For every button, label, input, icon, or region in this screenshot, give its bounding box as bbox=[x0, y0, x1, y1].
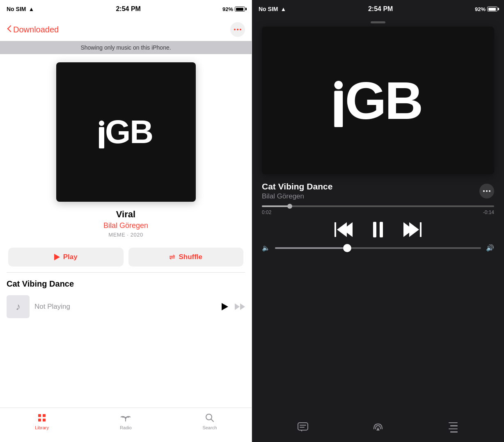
svg-rect-1 bbox=[43, 414, 46, 417]
wifi-icon-right: ▲ bbox=[280, 6, 286, 12]
progress-fill bbox=[262, 205, 290, 207]
song-thumbnail: ♪ bbox=[7, 295, 30, 318]
progress-remaining: -0:14 bbox=[483, 210, 494, 215]
battery-fill-right bbox=[488, 8, 496, 11]
left-phone: No SIM ▲ 2:54 PM 92% Downloaded bbox=[0, 0, 252, 442]
svg-line-7 bbox=[211, 419, 213, 422]
lyrics-icon bbox=[297, 421, 309, 433]
back-button[interactable]: Downloaded bbox=[7, 25, 59, 34]
song-controls bbox=[222, 303, 245, 310]
bottom-icons-right bbox=[252, 412, 504, 442]
search-tab-label: Search bbox=[202, 425, 217, 430]
playback-controls bbox=[252, 215, 504, 241]
radio-tab-label: Radio bbox=[120, 425, 132, 430]
nav-bar-left: Downloaded bbox=[0, 18, 252, 41]
progress-track[interactable] bbox=[262, 205, 494, 207]
igb-logo-left: GB bbox=[99, 116, 153, 148]
lyrics-button[interactable] bbox=[295, 419, 311, 435]
battery-pct-left: 92% bbox=[222, 6, 233, 12]
drag-handle bbox=[371, 21, 385, 23]
time-left: 2:54 PM bbox=[116, 5, 140, 13]
carrier-left: No SIM bbox=[7, 6, 26, 12]
info-banner: Showing only music on this iPhone. bbox=[0, 41, 252, 54]
song-play-button[interactable] bbox=[222, 303, 228, 310]
back-label: Downloaded bbox=[13, 25, 59, 34]
battery-icon-right bbox=[487, 7, 497, 11]
airplay-button[interactable] bbox=[370, 419, 386, 435]
battery-pct-right: 92% bbox=[475, 6, 486, 12]
progress-times: 0:02 -0:14 bbox=[262, 210, 494, 215]
library-icon bbox=[36, 412, 48, 424]
status-bar-left: No SIM ▲ 2:54 PM 92% bbox=[0, 0, 252, 18]
status-right-left: 92% bbox=[222, 6, 245, 12]
status-bar-right: No SIM ▲ 2:54 PM 92% bbox=[252, 0, 504, 18]
volume-fill bbox=[275, 247, 347, 249]
right-phone: No SIM ▲ 2:54 PM 92% GB Cat Vibing Dance bbox=[252, 0, 504, 442]
wifi-icon-left: ▲ bbox=[28, 6, 34, 12]
svg-marker-11 bbox=[376, 427, 380, 431]
chevron-left-icon bbox=[7, 25, 11, 34]
volume-section: 🔈 🔊 bbox=[252, 241, 504, 255]
pause-bar-right bbox=[380, 222, 383, 237]
status-left: No SIM ▲ bbox=[7, 6, 34, 12]
album-title: Viral bbox=[116, 209, 135, 220]
rewind-button[interactable] bbox=[334, 222, 353, 237]
shuffle-button[interactable]: ⇌ Shuffle bbox=[128, 248, 244, 267]
song-row: ♪ Not Playing bbox=[7, 292, 245, 321]
song-artist-right: Bilal Göregen bbox=[262, 192, 332, 200]
song-title-right: Cat Vibing Dance bbox=[262, 182, 332, 191]
svg-rect-0 bbox=[38, 414, 41, 417]
svg-rect-3 bbox=[43, 419, 46, 421]
status-left-right: No SIM ▲ bbox=[259, 6, 286, 12]
carrier-right: No SIM bbox=[259, 6, 278, 12]
radio-icon bbox=[120, 412, 131, 424]
battery-fill-left bbox=[236, 8, 243, 11]
tab-bar: Library Radio Se bbox=[0, 408, 252, 442]
tab-library[interactable]: Library bbox=[0, 412, 84, 430]
play-icon bbox=[54, 254, 60, 260]
progress-thumb bbox=[287, 204, 292, 209]
song-text-right: Cat Vibing Dance Bilal Göregen bbox=[262, 182, 332, 200]
song-section-title: Cat Vibing Dance bbox=[7, 279, 245, 289]
volume-track[interactable] bbox=[275, 247, 481, 249]
airplay-icon bbox=[372, 421, 384, 433]
album-art-right: GB bbox=[262, 27, 494, 174]
more-dots-icon bbox=[234, 29, 241, 30]
volume-low-icon: 🔈 bbox=[262, 244, 270, 252]
queue-button[interactable] bbox=[445, 419, 461, 435]
shuffle-icon: ⇌ bbox=[169, 253, 175, 262]
library-tab-label: Library bbox=[35, 425, 49, 430]
queue-icon bbox=[449, 422, 458, 433]
more-dots-right-icon bbox=[483, 190, 490, 192]
album-meta: MEME · 2020 bbox=[108, 232, 143, 238]
status-right-right: 92% bbox=[475, 6, 497, 12]
music-note-icon: ♪ bbox=[16, 301, 21, 312]
battery-icon-left bbox=[235, 7, 245, 11]
progress-current: 0:02 bbox=[262, 210, 271, 215]
progress-section: 0:02 -0:14 bbox=[252, 200, 504, 215]
album-art-left: GB bbox=[56, 62, 196, 202]
volume-thumb bbox=[343, 244, 351, 252]
pause-bar-left bbox=[373, 222, 376, 237]
tab-radio[interactable]: Radio bbox=[84, 412, 167, 430]
tab-search[interactable]: Search bbox=[168, 412, 252, 430]
svg-rect-2 bbox=[38, 419, 41, 421]
volume-high-icon: 🔊 bbox=[486, 244, 494, 252]
time-right: 2:54 PM bbox=[368, 5, 393, 13]
play-button[interactable]: Play bbox=[8, 248, 124, 267]
play-label: Play bbox=[63, 253, 78, 261]
song-info-right: Cat Vibing Dance Bilal Göregen bbox=[252, 174, 504, 200]
shuffle-label: Shuffle bbox=[179, 253, 202, 261]
more-button-right[interactable] bbox=[479, 184, 494, 198]
song-section: Cat Vibing Dance ♪ Not Playing bbox=[0, 273, 252, 325]
search-icon bbox=[204, 412, 215, 424]
svg-rect-8 bbox=[298, 423, 308, 430]
album-section: GB Viral Bilal Göregen MEME · 2020 bbox=[0, 54, 252, 242]
pause-button[interactable] bbox=[373, 222, 383, 237]
action-buttons: Play ⇌ Shuffle bbox=[0, 242, 252, 272]
album-artist: Bilal Göregen bbox=[103, 221, 148, 230]
not-playing-label: Not Playing bbox=[34, 303, 217, 311]
fast-forward-button[interactable] bbox=[403, 222, 422, 237]
song-ff-button[interactable] bbox=[235, 303, 245, 310]
more-button[interactable] bbox=[230, 22, 245, 37]
